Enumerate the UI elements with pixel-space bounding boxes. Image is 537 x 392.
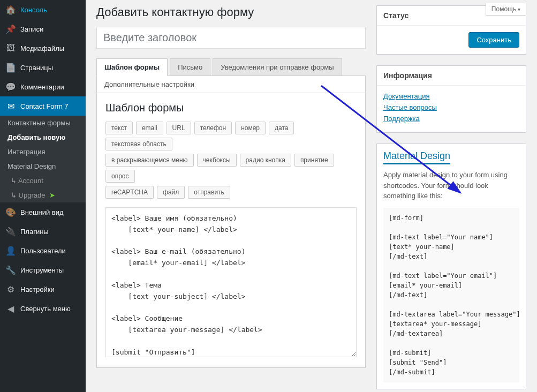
mail-icon: ✉ <box>5 101 16 111</box>
material-design-postbox: Material Design Apply material design to… <box>376 144 526 389</box>
sidebar-item-7[interactable]: 🔌Плагины <box>0 222 86 241</box>
info-title: Информация <box>377 66 526 86</box>
panel-heading: Шаблон формы <box>105 102 357 114</box>
sidebar-item-2[interactable]: 🖼Медиафайлы <box>0 39 86 58</box>
save-button[interactable]: Сохранить <box>468 32 519 48</box>
md-title: Material Design <box>383 150 450 164</box>
sidebar-item-label: Медиафайлы <box>20 44 64 52</box>
sidebar-item-label: Contact Form 7 <box>20 102 69 110</box>
sidebar-item-8[interactable]: 👤Пользователи <box>0 241 86 260</box>
settings-icon: ⚙ <box>5 284 16 295</box>
tab-2[interactable]: Уведомления при отправке формы <box>213 58 342 76</box>
sidebar-item-label: Комментарии <box>20 83 64 91</box>
pin-icon: 📌 <box>5 24 16 34</box>
tag-btn-r2-2[interactable]: радио кнопка <box>240 154 291 167</box>
info-link-0[interactable]: Документация <box>383 92 519 100</box>
form-title-input[interactable] <box>96 27 366 49</box>
appearance-icon: 🎨 <box>5 207 16 217</box>
admin-sidebar: 🏠Консоль📌Записи🖼Медиафайлы📄Страницы💬Комм… <box>0 0 86 392</box>
sidebar-item-0[interactable]: 🏠Консоль <box>0 0 86 19</box>
tag-btn-r3-1[interactable]: файл <box>157 186 185 199</box>
tag-btn-r3-2[interactable]: отправить <box>188 186 230 199</box>
tabs-row-2: Дополнительные настройки <box>96 76 366 93</box>
form-template-panel: Шаблон формы текстemailURLтелефонномерда… <box>96 93 366 368</box>
sidebar-item-label: Консоль <box>20 6 47 14</box>
sidebar-item-label: Инструменты <box>20 266 64 274</box>
sidebar-item-11[interactable]: ◀Свернуть меню <box>0 299 86 318</box>
sidebar-item-label: Плагины <box>20 228 49 236</box>
tag-btn-r1-1[interactable]: email <box>136 122 163 134</box>
pages-icon: 📄 <box>5 62 16 73</box>
comments-icon: 💬 <box>5 81 16 92</box>
submenu-item-5[interactable]: ↳ Upgrade ➤ <box>0 188 86 202</box>
collapse-icon: ◀ <box>5 303 16 314</box>
sidebar-item-label: Страницы <box>20 64 53 72</box>
media-icon: 🖼 <box>5 43 16 54</box>
sidebar-item-label: Свернуть меню <box>20 305 71 313</box>
info-link-1[interactable]: Частые вопросы <box>383 103 519 111</box>
sidebar-item-label: Записи <box>20 25 43 33</box>
md-code-sample: [md-form] [md-text label="Your name"] [t… <box>383 208 519 382</box>
info-postbox: Информация ДокументацияЧастые вопросыПод… <box>376 65 526 133</box>
tab-1[interactable]: Письмо <box>170 58 210 76</box>
md-description: Apply material design to your form using… <box>383 170 519 201</box>
tag-btn-r2-4[interactable]: опрос <box>105 170 135 183</box>
tag-btn-r2-3[interactable]: принятие <box>294 154 334 167</box>
tag-btn-r1-0[interactable]: текст <box>105 122 133 134</box>
sidebar-item-10[interactable]: ⚙Настройки <box>0 280 86 299</box>
help-dropdown[interactable]: Помощь <box>486 3 526 16</box>
tabs-row: Шаблон формыПисьмоУведомления при отправ… <box>96 58 366 76</box>
tag-btn-r3-0[interactable]: reCAPTCHA <box>105 186 154 199</box>
submenu-item-4[interactable]: ↳ Account <box>0 174 86 188</box>
sidebar-item-5[interactable]: ✉Contact Form 7 <box>0 96 86 116</box>
submenu-item-1[interactable]: Добавить новую <box>0 130 86 145</box>
tab-0[interactable]: Шаблон формы <box>96 58 168 76</box>
tag-btn-r2-1[interactable]: чекбоксы <box>197 154 237 167</box>
tab-extra-0[interactable]: Дополнительные настройки <box>97 76 202 93</box>
plugins-icon: 🔌 <box>5 226 16 237</box>
info-link-2[interactable]: Поддержка <box>383 115 519 123</box>
sidebar-item-6[interactable]: 🎨Внешний вид <box>0 202 86 222</box>
page-title: Добавить контактную форму <box>96 5 366 19</box>
tag-btn-r1-4[interactable]: номер <box>235 122 266 134</box>
sidebar-item-label: Настройки <box>20 285 55 293</box>
submenu-item-0[interactable]: Контактные формы <box>0 116 86 130</box>
sidebar-item-label: Внешний вид <box>20 208 64 216</box>
tag-btn-r1-6[interactable]: текстовая область <box>105 138 172 150</box>
sidebar-item-9[interactable]: 🔧Инструменты <box>0 260 86 280</box>
submenu-item-3[interactable]: Material Design <box>0 159 86 174</box>
form-template-textarea[interactable] <box>105 207 357 357</box>
sidebar-item-1[interactable]: 📌Записи <box>0 19 86 39</box>
submenu-item-2[interactable]: Интеграция <box>0 145 86 159</box>
tag-btn-r1-3[interactable]: телефон <box>194 122 232 134</box>
tag-btn-r2-0[interactable]: в раскрывающемся меню <box>105 154 194 167</box>
tools-icon: 🔧 <box>5 265 16 275</box>
dashboard-icon: 🏠 <box>5 4 16 15</box>
sidebar-item-label: Пользователи <box>20 247 66 255</box>
tag-btn-r1-5[interactable]: дата <box>269 122 294 134</box>
tag-btn-r1-2[interactable]: URL <box>167 122 191 134</box>
sidebar-item-4[interactable]: 💬Комментарии <box>0 77 86 96</box>
sidebar-item-3[interactable]: 📄Страницы <box>0 58 86 77</box>
users-icon: 👤 <box>5 245 16 256</box>
